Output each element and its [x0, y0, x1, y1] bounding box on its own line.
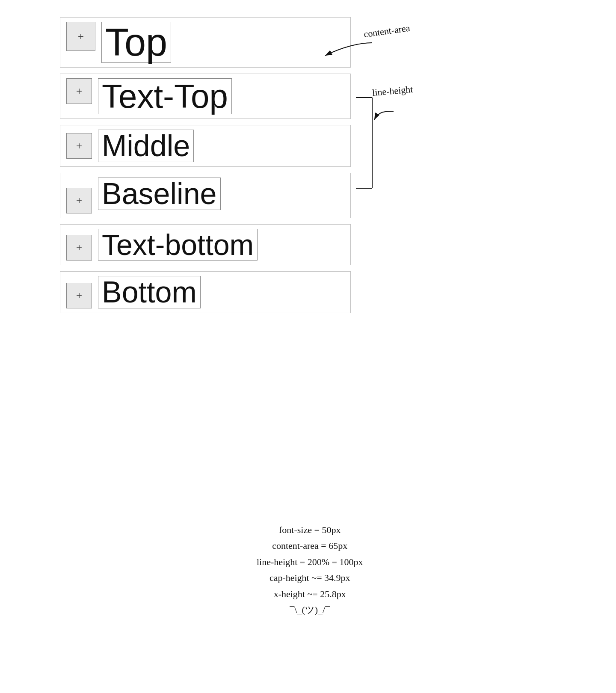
plus-icon-baseline: + [76, 195, 82, 207]
line-height-label: line-height [372, 84, 413, 98]
icon-box-bottom: + [66, 283, 92, 308]
plus-icon-top: + [78, 30, 84, 42]
content-area-label: content-area [363, 23, 411, 40]
plus-icon-text-top: + [76, 85, 82, 97]
plus-icon-middle: + [76, 140, 82, 152]
label-text-bottom: Text-bottom [102, 228, 254, 261]
row-baseline: + Baseline [60, 173, 351, 218]
row-bottom: + Bottom [60, 271, 351, 313]
label-bottom: Bottom [102, 275, 197, 309]
icon-box-top: + [66, 22, 95, 51]
text-box-baseline: Baseline [98, 178, 221, 210]
icon-box-text-top: + [66, 78, 92, 104]
icon-box-baseline: + [66, 188, 92, 213]
row-top: + Top [60, 17, 351, 68]
row-middle: + Middle [60, 125, 351, 167]
main-container: + Top + Text-Top + Middle + Baseline [60, 17, 351, 319]
label-text-top: Text-Top [102, 77, 228, 115]
text-box-top: Top [101, 22, 171, 63]
text-box-text-bottom: Text-bottom [98, 229, 258, 261]
line-height-arrow [374, 111, 394, 120]
row-text-top: + Text-Top [60, 74, 351, 119]
icon-box-middle: + [66, 133, 92, 159]
plus-icon-bottom: + [76, 290, 82, 302]
label-top: Top [105, 21, 167, 64]
icon-box-text-bottom: + [66, 235, 92, 261]
text-box-bottom: Bottom [98, 276, 201, 308]
plus-icon-text-bottom: + [76, 242, 82, 254]
text-box-text-top: Text-Top [98, 78, 232, 114]
row-text-bottom: + Text-bottom [60, 224, 351, 265]
notes-label: font-size = 50px content-area = 65px lin… [257, 522, 363, 618]
label-baseline: Baseline [102, 177, 217, 210]
text-box-middle: Middle [98, 130, 194, 162]
label-middle: Middle [102, 129, 190, 163]
